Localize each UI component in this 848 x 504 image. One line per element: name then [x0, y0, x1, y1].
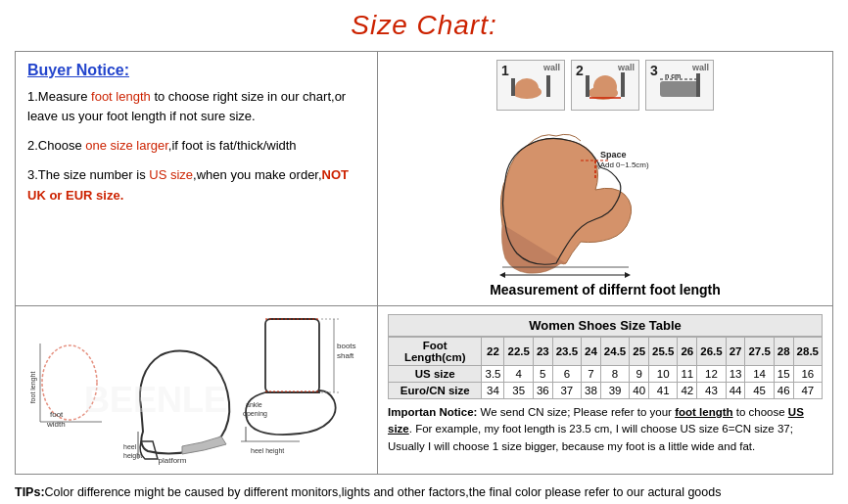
table-cell-us: 11	[678, 366, 697, 383]
table-header-cell: 22.5	[504, 338, 533, 366]
svg-rect-2	[511, 78, 515, 96]
table-cell-us: US size	[389, 366, 482, 383]
svg-text:heel height: heel height	[251, 447, 284, 455]
size-table: Foot Length(cm)2222.52323.52424.52525.52…	[388, 337, 823, 399]
svg-rect-3	[546, 75, 550, 97]
table-cell-eu: Euro/CN size	[389, 383, 482, 399]
table-cell-eu: 43	[697, 383, 726, 399]
svg-text:height: height	[123, 452, 142, 460]
step-box-1: 1 wall	[496, 60, 565, 111]
table-cell-eu: 47	[793, 383, 822, 399]
table-header-row: Foot Length(cm)2222.52323.52424.52525.52…	[389, 338, 823, 366]
svg-rect-34	[265, 319, 319, 392]
size-table-section: Women Shoes Size Table Foot Length(cm)22…	[378, 306, 832, 474]
buyer-point-1: 1.Measure foot length to choose right si…	[27, 87, 365, 126]
buyer-point-3: 3.The size number is US size,when you ma…	[27, 165, 365, 205]
table-cell-eu: 39	[600, 383, 629, 399]
diagram-caption: Measurement of differnt foot length	[490, 282, 721, 298]
table-cell-eu: 46	[774, 383, 793, 399]
table-header-cell: 27	[726, 338, 745, 366]
svg-point-1	[515, 78, 539, 98]
table-cell-us: 12	[697, 366, 726, 383]
svg-text:n cm: n cm	[665, 72, 681, 79]
table-cell-us: 14	[745, 366, 774, 383]
table-cell-us: 7	[582, 366, 601, 383]
svg-rect-9	[660, 81, 699, 97]
svg-marker-18	[625, 272, 631, 278]
svg-marker-17	[499, 272, 505, 278]
step-box-2: 2 wall	[571, 60, 639, 111]
buyer-notice-title: Buyer Notice:	[27, 62, 365, 79]
diagram-section: 1 wall 2 wall	[378, 52, 832, 306]
svg-rect-10	[696, 73, 700, 97]
table-header-cell: 26.5	[697, 338, 726, 366]
table-header-cell: 23	[533, 338, 552, 366]
table-header-cell: 28	[774, 338, 793, 366]
table-header-cell: 24.5	[600, 338, 629, 366]
table-header-cell: 24	[582, 338, 601, 366]
table-cell-us: 10	[649, 366, 678, 383]
table-cell-eu: 42	[678, 383, 697, 399]
table-header-cell: 27.5	[745, 338, 774, 366]
table-cell-us: 13	[726, 366, 745, 383]
table-cell-us: 15	[774, 366, 793, 383]
svg-rect-6	[586, 75, 589, 97]
foot-measurement-diagram: Space (Add 0~1.5cm) Foot length Lnsole l…	[388, 116, 823, 278]
svg-point-5	[593, 75, 617, 99]
table-header-cell: 25.5	[649, 338, 678, 366]
svg-text:(Add 0~1.5cm): (Add 0~1.5cm)	[597, 160, 649, 169]
table-cell-eu: 36	[533, 383, 552, 399]
svg-text:heel: heel	[123, 443, 137, 450]
table-header-cell: 23.5	[552, 338, 581, 366]
svg-text:platform: platform	[158, 456, 186, 465]
tips-label: TIPs:	[15, 485, 45, 499]
svg-text:foot lenght: foot lenght	[30, 372, 37, 404]
svg-text:shaft: shaft	[337, 351, 354, 360]
svg-text:opening: opening	[243, 410, 267, 418]
svg-text:BEENLE: BEENLE	[84, 380, 227, 420]
table-cell-eu: 34	[482, 383, 504, 399]
buyer-point-2: 2.Choose one size larger,if foot is fat/…	[27, 136, 365, 156]
table-header-cell: 25	[630, 338, 649, 366]
svg-text:width: width	[46, 420, 66, 429]
svg-text:ankle: ankle	[246, 401, 262, 408]
table-header-cell: 22	[482, 338, 504, 366]
svg-text:Space: Space	[600, 150, 627, 160]
table-cell-us: 16	[793, 366, 822, 383]
table-cell-us: 3.5	[482, 366, 504, 383]
svg-text:Foot length: Foot length	[542, 277, 586, 278]
table-cell-eu: 41	[649, 383, 678, 399]
important-notice-suffix: . For example, my foot length is 23.5 cm…	[388, 423, 793, 451]
table-cell-us: 4	[504, 366, 533, 383]
table-cell-eu: 38	[582, 383, 601, 399]
table-row-us: US size3.545678910111213141516	[389, 366, 823, 383]
table-header-cell: Foot Length(cm)	[389, 338, 482, 366]
svg-text:boots: boots	[337, 342, 356, 350]
table-cell-us: 9	[630, 366, 649, 383]
table-cell-eu: 35	[504, 383, 533, 399]
foot-steps: 1 wall 2 wall	[496, 60, 714, 111]
table-cell-eu: 40	[630, 383, 649, 399]
important-notice-mid1: to choose	[733, 406, 788, 418]
important-notice: Importan Notice: We send CN size; Please…	[388, 404, 823, 455]
table-cell-eu: 37	[552, 383, 581, 399]
important-notice-text-prefix: We send CN size; Please refer to your	[481, 406, 676, 418]
step-box-3: 3 wall n cm	[645, 60, 714, 111]
table-header-cell: 26	[678, 338, 697, 366]
table-cell-us: 8	[600, 366, 629, 383]
important-notice-title: Importan Notice:	[388, 406, 477, 418]
table-cell-eu: 45	[745, 383, 774, 399]
tips-text: Color difference might be caused by diff…	[45, 485, 722, 499]
size-table-title: Women Shoes Size Table	[388, 314, 823, 337]
table-header-cell: 28.5	[793, 338, 822, 366]
buyer-notice-section: Buyer Notice: 1.Measure foot length to c…	[16, 52, 378, 306]
table-cell-us: 5	[533, 366, 552, 383]
svg-rect-7	[621, 72, 625, 97]
table-row-eu: Euro/CN size3435363738394041424344454647	[389, 383, 823, 399]
table-cell-eu: 44	[726, 383, 745, 399]
tips-bar: TIPs:Color difference might be caused by…	[15, 482, 833, 502]
shoe-diagram-section: foot width foot lenght platform heel hei…	[16, 306, 378, 474]
main-grid: Buyer Notice: 1.Measure foot length to c…	[15, 51, 833, 475]
important-notice-highlight1: foot length	[675, 406, 732, 418]
table-cell-us: 6	[552, 366, 581, 383]
